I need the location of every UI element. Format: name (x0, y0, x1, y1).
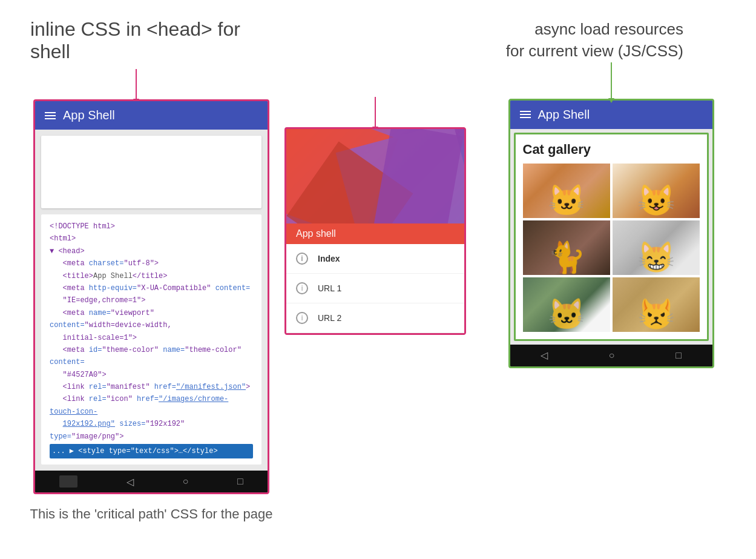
bottom-label: This is the 'critical path' CSS for the … (30, 506, 273, 522)
menu-item-url1[interactable]: i URL 1 (286, 274, 464, 303)
cat-image-1 (523, 164, 610, 218)
top-right-label-line1: async load resources (534, 20, 683, 38)
top-right-label: async load resources for current view (J… (506, 18, 683, 62)
left-section: inline CSS in <head> for shell App Shell… (24, 18, 278, 522)
right-phone-header: App Shell (510, 101, 712, 129)
drawer-menu: i Index i URL 1 i URL 2 (286, 244, 464, 333)
right-hamburger-icon[interactable] (520, 111, 531, 118)
left-phone-header: App Shell (35, 101, 268, 130)
hamburger-icon[interactable] (45, 112, 56, 119)
right-nav-back-icon[interactable]: ◁ (541, 349, 548, 361)
middle-phone-image: App shell (286, 129, 464, 244)
menu-item-index[interactable]: i Index (286, 244, 464, 274)
info-icon-url1: i (296, 282, 308, 294)
middle-phone: App shell i Index i URL 1 i URL 2 (284, 127, 466, 335)
left-phone-nav-left (59, 475, 77, 488)
code-highlighted-line: ... ▶ <style type="text/css">…</style> (50, 444, 253, 458)
right-nav-square-icon[interactable]: □ (675, 350, 682, 361)
top-left-label: inline CSS in <head> for shell (30, 18, 278, 63)
right-phone-bottom-bar: ◁ ○ □ (510, 345, 712, 366)
right-arrow (611, 62, 612, 99)
cat-gallery-section: Cat gallery (514, 133, 709, 341)
code-section: <!DOCTYPE html> <html> ▼ <head> <meta ch… (41, 214, 261, 465)
cat-image-3 (523, 220, 610, 275)
cat-image-2 (613, 164, 700, 218)
right-nav-home-icon[interactable]: ○ (609, 350, 615, 361)
menu-label-index: Index (318, 254, 340, 263)
app-shell-banner: App shell (286, 223, 464, 244)
right-phone: App Shell Cat gallery ◁ ○ □ (508, 99, 714, 368)
menu-label-url1: URL 1 (318, 283, 341, 293)
cat-image-6 (613, 277, 700, 332)
menu-label-url2: URL 2 (318, 313, 341, 323)
left-arrow (136, 69, 137, 99)
top-right-label-line2: for current view (JS/CSS) (506, 42, 683, 60)
info-icon-index: i (296, 253, 308, 265)
mid-arrow (375, 97, 376, 127)
left-phone-content (41, 136, 261, 208)
right-phone-title: App Shell (538, 108, 590, 122)
menu-item-url2[interactable]: i URL 2 (286, 303, 464, 333)
right-section: async load resources for current view (J… (490, 18, 732, 368)
cat-gallery-title: Cat gallery (523, 142, 700, 157)
middle-section: App shell i Index i URL 1 i URL 2 (278, 97, 472, 335)
left-phone: App Shell <!DOCTYPE html> <html> ▼ <head… (33, 99, 269, 494)
left-phone-bottom-bar: ◁ ○ □ (35, 471, 268, 492)
nav-home-icon[interactable]: ○ (183, 476, 189, 487)
nav-back-icon[interactable]: ◁ (127, 476, 134, 488)
nav-square-icon[interactable]: □ (237, 476, 243, 487)
info-icon-url2: i (296, 312, 308, 324)
left-phone-title: App Shell (63, 108, 115, 122)
cat-image-5 (523, 277, 610, 332)
cat-grid (523, 164, 700, 332)
cat-image-4 (613, 220, 700, 275)
